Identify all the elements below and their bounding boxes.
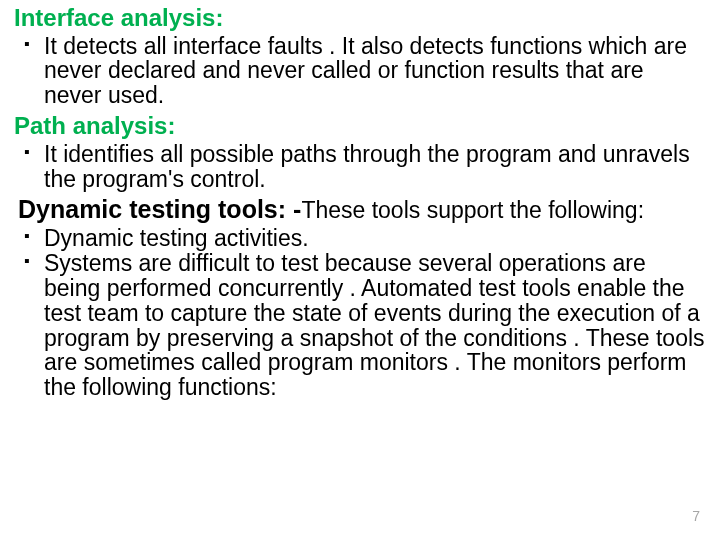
- list-item: It identifies all possible paths through…: [14, 142, 706, 192]
- list-item: Dynamic testing activities.: [14, 226, 706, 251]
- dynamic-tools-list: Dynamic testing activities. Systems are …: [14, 226, 706, 400]
- dynamic-tools-heading-tail: These tools support the following:: [301, 197, 644, 223]
- interface-analysis-list: It detects all interface faults . It als…: [14, 34, 706, 108]
- dynamic-tools-heading: Dynamic testing tools: -These tools supp…: [18, 195, 706, 224]
- slide: Interface analysis: It detects all inter…: [0, 0, 720, 540]
- dynamic-tools-heading-bold: Dynamic testing tools: -: [18, 195, 301, 223]
- path-analysis-list: It identifies all possible paths through…: [14, 142, 706, 192]
- path-analysis-heading: Path analysis:: [14, 112, 706, 140]
- list-item: Systems are difficult to test because se…: [14, 251, 706, 400]
- interface-analysis-heading: Interface analysis:: [14, 4, 706, 32]
- list-item: It detects all interface faults . It als…: [14, 34, 706, 108]
- page-number: 7: [692, 508, 700, 524]
